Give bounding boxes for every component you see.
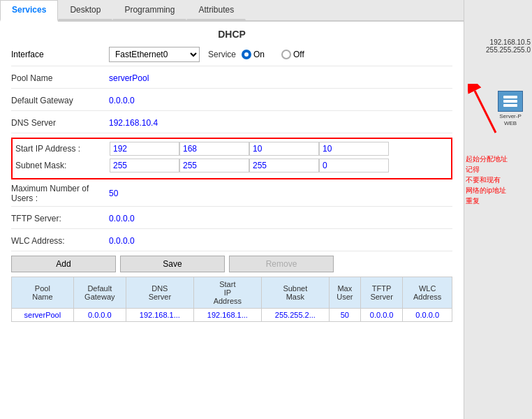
subnet-mask-label: Subnet Mask: bbox=[15, 161, 110, 170]
dns-server-input[interactable] bbox=[109, 118, 388, 128]
dhcp-table-section: PoolName DefaultGateway DNSServer StartI… bbox=[11, 277, 452, 322]
save-button[interactable]: Save bbox=[120, 256, 225, 272]
subnet-mask-inputs bbox=[110, 159, 389, 172]
ip-info-line2: 255.255.255.0 bbox=[486, 46, 531, 54]
col-subnet-mask: SubnetMask bbox=[261, 277, 329, 309]
subnet-mask-octet-3[interactable] bbox=[249, 159, 319, 172]
start-ip-inputs bbox=[110, 142, 389, 156]
action-buttons: Add Save Remove bbox=[11, 256, 452, 272]
start-ip-octet-4[interactable] bbox=[319, 142, 389, 156]
remove-button[interactable]: Remove bbox=[229, 256, 334, 272]
default-gateway-label: Default Gateway bbox=[11, 96, 109, 105]
col-tftp-server: TFTPServer bbox=[360, 277, 403, 309]
start-ip-octet-1[interactable] bbox=[110, 142, 179, 156]
pool-name-input[interactable] bbox=[109, 73, 388, 83]
col-max-user: MaxUser bbox=[329, 277, 360, 309]
radio-on-indicator bbox=[242, 50, 251, 59]
cell-default-gateway: 0.0.0.0 bbox=[73, 309, 126, 322]
annotation-line4: 网络的ip地址 bbox=[466, 185, 508, 196]
cell-start-ip: 192.168.1... bbox=[193, 309, 261, 322]
start-ip-label: Start IP Address : bbox=[15, 144, 110, 154]
col-pool-name: PoolName bbox=[12, 277, 74, 309]
cell-subnet-mask: 255.255.2... bbox=[261, 309, 329, 322]
col-start-ip: StartIPAddress bbox=[193, 277, 261, 309]
svg-line-1 bbox=[475, 91, 496, 133]
subnet-mask-octet-1[interactable] bbox=[110, 159, 179, 172]
tftp-server-input[interactable] bbox=[109, 214, 388, 223]
table-row[interactable]: serverPool 0.0.0.0 192.168.1... 192.168.… bbox=[12, 309, 452, 322]
interface-select[interactable]: FastEthernet0 bbox=[109, 47, 200, 62]
tab-bar: Services Desktop Programming Attributes bbox=[0, 0, 464, 22]
radio-off-indicator bbox=[281, 50, 291, 59]
server-graphic bbox=[502, 94, 519, 108]
tftp-server-label: TFTP Server: bbox=[11, 214, 109, 223]
service-label: Service bbox=[208, 50, 236, 59]
cell-dns-server: 192.168.1... bbox=[126, 309, 193, 322]
svg-rect-4 bbox=[503, 104, 517, 107]
server-icon bbox=[498, 91, 523, 112]
svg-rect-2 bbox=[503, 96, 517, 98]
start-ip-octet-2[interactable] bbox=[179, 142, 249, 156]
service-off-label: Off bbox=[293, 50, 304, 59]
subnet-mask-octet-2[interactable] bbox=[179, 159, 249, 172]
tab-services[interactable]: Services bbox=[0, 0, 58, 22]
tab-programming[interactable]: Programming bbox=[112, 0, 186, 20]
server-icon-area: Server-PWEB bbox=[498, 91, 523, 126]
annotation-line5: 重复 bbox=[466, 196, 508, 206]
ip-config-section: Start IP Address : Subnet Mask: bbox=[11, 138, 452, 179]
annotation-line1: 起始分配地址 bbox=[466, 154, 508, 164]
wlc-address-input[interactable] bbox=[109, 236, 388, 246]
max-users-input[interactable] bbox=[109, 189, 388, 198]
max-users-label: Maximum Number of Users : bbox=[11, 184, 109, 203]
interface-label: Interface bbox=[11, 50, 109, 59]
dhcp-table: PoolName DefaultGateway DNSServer StartI… bbox=[11, 277, 452, 322]
server-label: Server-PWEB bbox=[498, 113, 523, 126]
service-on-label: On bbox=[253, 50, 265, 59]
start-ip-octet-3[interactable] bbox=[249, 142, 319, 156]
start-ip-row: Start IP Address : bbox=[13, 142, 451, 156]
cell-pool-name: serverPool bbox=[12, 309, 74, 322]
col-dns-server: DNSServer bbox=[126, 277, 193, 309]
subnet-mask-octet-4[interactable] bbox=[319, 159, 389, 172]
dns-server-label: DNS Server bbox=[11, 118, 109, 128]
default-gateway-input[interactable] bbox=[109, 96, 388, 105]
service-off-radio[interactable]: Off bbox=[281, 50, 304, 59]
tab-desktop[interactable]: Desktop bbox=[58, 0, 112, 20]
add-button[interactable]: Add bbox=[11, 256, 116, 272]
subnet-mask-row: Subnet Mask: bbox=[13, 159, 451, 172]
annotation-line3: 不要和现有 bbox=[466, 175, 508, 185]
tab-attributes[interactable]: Attributes bbox=[186, 0, 246, 20]
cell-tftp-server: 0.0.0.0 bbox=[360, 309, 403, 322]
annotation-text: 起始分配地址 记得 不要和现有 网络的ip地址 重复 bbox=[466, 154, 508, 206]
annotation-line2: 记得 bbox=[466, 164, 508, 175]
svg-rect-3 bbox=[503, 100, 517, 103]
network-info: 192.168.10.5 255.255.255.0 bbox=[486, 38, 531, 54]
col-default-gateway: DefaultGateway bbox=[73, 277, 126, 309]
cell-wlc-address: 0.0.0.0 bbox=[403, 309, 452, 322]
ip-info-line1: 192.168.10.5 bbox=[486, 38, 531, 46]
col-wlc-address: WLCAddress bbox=[403, 277, 452, 309]
wlc-address-label: WLC Address: bbox=[11, 236, 109, 246]
service-on-radio[interactable]: On bbox=[242, 50, 265, 59]
dhcp-title: DHCP bbox=[11, 29, 452, 40]
pool-name-label: Pool Name bbox=[11, 73, 109, 83]
cell-max-user: 50 bbox=[329, 309, 360, 322]
right-panel: 192.168.10.5 255.255.255.0 bbox=[464, 0, 532, 419]
